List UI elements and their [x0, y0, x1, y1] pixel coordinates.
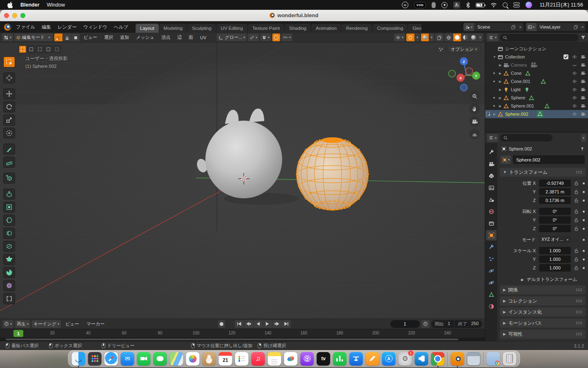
scale-z-field[interactable]: 1.000 — [539, 264, 571, 272]
lock-icon[interactable] — [574, 218, 579, 223]
disable-in-renders-icon[interactable] — [581, 54, 586, 59]
navigation-gizmo[interactable]: ZYX — [449, 57, 481, 91]
creative-cloud-icon[interactable]: ∞ — [402, 2, 408, 8]
disable-in-renders-icon[interactable] — [581, 112, 586, 117]
dock-icon-appstore[interactable]: A — [382, 352, 396, 366]
object-name-field[interactable]: Sphere.002 — [513, 155, 585, 164]
lock-icon[interactable] — [574, 189, 579, 195]
toggle-orthographic-button[interactable] — [469, 129, 480, 139]
outliner-row-cone-001[interactable]: ▶ Cone.001 — [485, 77, 588, 85]
mode-dropdown[interactable]: 編集モード▾ — [14, 34, 53, 41]
move-tool-button[interactable] — [3, 88, 15, 99]
outliner-row-collection[interactable]: ▼ Collection — [485, 53, 588, 61]
vod-status-icon[interactable]: VOD — [414, 2, 426, 8]
jump-to-start-button[interactable] — [235, 320, 244, 328]
vertex-select-button[interactable] — [54, 34, 62, 41]
minimize-window-button[interactable] — [12, 13, 17, 18]
tab-sculpting[interactable]: Sculpting — [187, 24, 216, 33]
animate-dot[interactable] — [583, 228, 585, 230]
dock-icon-reminders[interactable] — [235, 352, 249, 366]
hide-in-viewport-icon[interactable] — [572, 54, 577, 59]
disable-in-renders-icon[interactable] — [581, 71, 586, 76]
animate-dot[interactable] — [583, 250, 585, 252]
viewlayer-selector-value[interactable]: ViewLayer — [537, 25, 572, 29]
dock-icon-launchpad[interactable] — [88, 352, 102, 366]
properties-tab-collection[interactable] — [486, 218, 497, 229]
viewlayer-new-button[interactable] — [572, 25, 580, 29]
close-window-button[interactable] — [4, 13, 9, 18]
previous-keyframe-button[interactable] — [244, 320, 253, 328]
gizmos-toggle[interactable] — [435, 34, 443, 41]
status-capsule-icon[interactable] — [432, 2, 436, 8]
select-mode-invert-button[interactable] — [45, 45, 52, 53]
properties-tab-object-data[interactable] — [486, 289, 497, 300]
end-frame-field[interactable]: 終了250 — [454, 321, 482, 327]
menu-uv[interactable]: UV — [197, 35, 209, 40]
control-center-icon[interactable] — [513, 2, 520, 8]
tab-geometry-nodes[interactable]: Geometry — [408, 24, 421, 33]
tab-texture-paint[interactable]: Texture Paint — [248, 24, 284, 33]
hide-in-viewport-icon[interactable] — [572, 71, 577, 76]
outliner-row-sphere-002[interactable]: ▶ Sphere.002 — [485, 110, 588, 118]
tab-animation[interactable]: Animation — [311, 24, 341, 33]
zoom-window-button[interactable] — [20, 13, 25, 18]
spotlight-search-icon[interactable] — [503, 2, 508, 7]
selected-wireframe-sphere[interactable] — [296, 138, 369, 211]
solid-shading-button[interactable] — [453, 34, 461, 41]
dock-icon-notes[interactable] — [268, 352, 281, 366]
play-status-icon[interactable] — [441, 2, 448, 8]
menubar-datetime[interactable]: 11月21日(木) 11:56 — [539, 2, 583, 9]
current-frame-marker[interactable]: 1 — [13, 330, 23, 337]
properties-tab-physics[interactable] — [486, 266, 497, 276]
menu-edit[interactable]: 編集 — [38, 22, 54, 31]
properties-tab-view-layer[interactable] — [486, 183, 497, 193]
dock-icon-podcasts[interactable] — [301, 352, 314, 366]
hide-in-viewport-icon[interactable] — [572, 63, 577, 67]
outliner-row-scene-collection[interactable]: ▶ シーンコレクション — [485, 45, 588, 53]
bluetooth-icon[interactable] — [466, 2, 470, 8]
transform-panel-header[interactable]: ▼トランスフォーム — [500, 168, 586, 177]
dock-icon-preview[interactable] — [467, 352, 481, 366]
relations-panel-header[interactable]: ▶関係 — [500, 285, 586, 294]
hide-in-viewport-icon[interactable] — [572, 103, 577, 108]
dock-icon-contacts[interactable] — [203, 352, 216, 366]
hide-in-viewport-icon[interactable] — [572, 112, 577, 117]
scale-tool-button[interactable] — [3, 114, 15, 126]
cursor-tool-button[interactable] — [3, 72, 15, 83]
snap-dropdown[interactable]: ▾ — [260, 34, 271, 41]
auto-keying-toggle[interactable] — [218, 320, 225, 328]
properties-tab-particles[interactable] — [486, 254, 497, 264]
tab-layout[interactable]: Layout — [136, 24, 159, 33]
properties-tab-material[interactable] — [486, 301, 497, 312]
motion-paths-panel-header[interactable]: ▶モーションパス — [500, 319, 586, 328]
timeline-editor-type-button[interactable]: ▾ — [2, 320, 13, 328]
dock-icon-photos[interactable] — [186, 352, 200, 366]
animate-dot[interactable] — [583, 267, 585, 269]
xray-toggle[interactable] — [406, 34, 414, 41]
rip-region-tool-button[interactable] — [3, 293, 15, 304]
viewlayer-remove-button[interactable]: × — [580, 25, 586, 29]
properties-editor-type-button[interactable]: ▾ — [487, 134, 498, 142]
dock-icon-pages[interactable] — [366, 352, 379, 366]
viewlayer-selector-icon[interactable]: ▾ — [526, 23, 537, 31]
playback-dropdown[interactable]: 再生▾ — [15, 320, 30, 328]
dock-icon-calendar[interactable]: 21 — [219, 352, 232, 366]
scene-new-button[interactable] — [509, 25, 517, 29]
tab-rendering[interactable]: Rendering — [341, 24, 372, 33]
tab-uv-editing[interactable]: UV Editing — [216, 24, 247, 33]
start-frame-field[interactable]: 開始1 — [431, 321, 454, 327]
transform-tool-button[interactable] — [3, 128, 15, 139]
animate-dot[interactable] — [583, 219, 585, 221]
face-select-button[interactable] — [71, 34, 80, 41]
rotation-z-field[interactable]: 0° — [539, 225, 571, 232]
menu-view[interactable]: ビュー — [81, 34, 100, 40]
disable-in-renders-icon[interactable] — [581, 103, 586, 108]
menu-face[interactable]: 面 — [186, 34, 196, 40]
xray-dropdown[interactable]: ▾ — [415, 34, 420, 41]
pivot-point-dropdown[interactable]: ▾ — [248, 34, 259, 41]
properties-options-button[interactable]: ▾ — [581, 134, 586, 142]
annotate-tool-button[interactable] — [3, 144, 15, 155]
menu-add[interactable]: 追加 — [117, 34, 132, 40]
lock-icon[interactable] — [574, 181, 579, 186]
dock-icon-downloads[interactable] — [487, 352, 500, 366]
